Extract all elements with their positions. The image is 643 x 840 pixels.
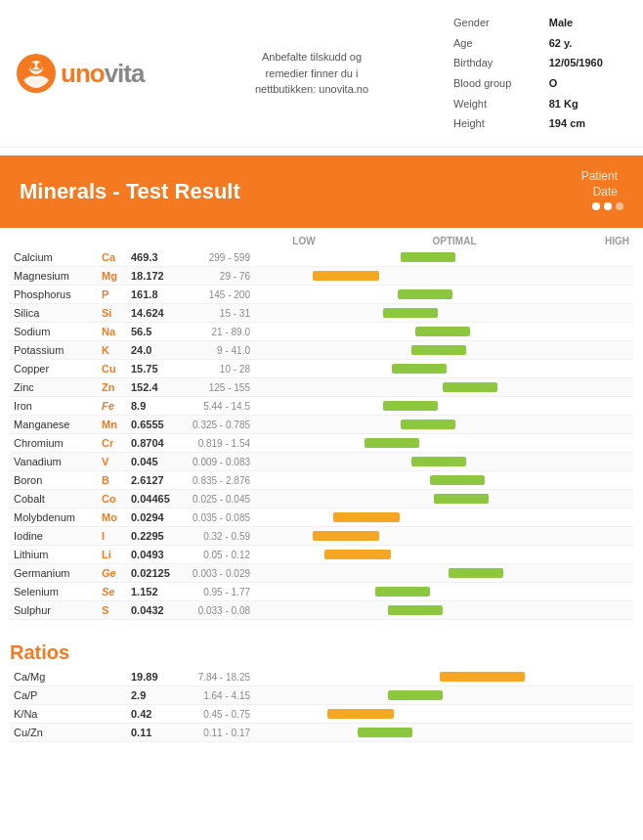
mineral-bar [254, 360, 633, 378]
mineral-name: Molybdenum [10, 508, 98, 527]
mineral-name: Chromium [10, 434, 98, 453]
mineral-value: 0.0294 [127, 508, 186, 527]
mineral-range: 0.035 - 0.085 [186, 508, 254, 527]
age-value: 62 y. [549, 34, 625, 53]
gender-value: Male [549, 14, 625, 32]
col-high: HIGH [561, 236, 629, 246]
bloodgroup-value: O [549, 74, 625, 93]
mineral-value: 56.5 [127, 323, 186, 341]
table-row: Vanadium V 0.045 0.009 - 0.083 [10, 453, 633, 471]
mineral-bar [254, 668, 633, 686]
mineral-range: 0.11 - 0.17 [186, 724, 254, 742]
mineral-name: Boron [10, 471, 98, 490]
mineral-symbol: Co [98, 490, 127, 508]
table-row: Molybdenum Mo 0.0294 0.035 - 0.085 [10, 508, 633, 527]
patient-info: Gender Male Age 62 y. Birthday 12/05/196… [451, 12, 627, 135]
table-row: Germanium Ge 0.02125 0.003 - 0.029 [10, 564, 633, 583]
table-row: Potassium K 24.0 9 - 41.0 [10, 341, 633, 360]
mineral-value: 0.8704 [127, 434, 186, 453]
height-label: Height [453, 114, 547, 133]
table-row: Copper Cu 15.75 10 - 28 [10, 360, 633, 378]
mineral-value: 18.172 [127, 267, 186, 286]
mineral-range: 145 - 200 [186, 286, 254, 304]
table-row: K/Na 0.42 0.45 - 0.75 [10, 705, 633, 724]
mineral-name: Calcium [10, 248, 98, 267]
date-label: Date [593, 185, 618, 199]
weight-label: Weight [453, 95, 547, 113]
mineral-range: 125 - 155 [186, 378, 254, 397]
ratios-table: Ca/Mg 19.89 7.84 - 18.25 Ca/P 2.9 1.64 -… [10, 668, 633, 742]
mineral-bar [254, 397, 633, 416]
mineral-symbol: I [98, 527, 127, 546]
mineral-name: Ca/Mg [10, 668, 98, 686]
table-row: Phosphorus P 161.8 145 - 200 [10, 286, 633, 304]
mineral-bar [254, 453, 633, 471]
mineral-symbol: Mn [98, 416, 127, 434]
table-row: Ca/P 2.9 1.64 - 4.15 [10, 686, 633, 705]
banner-patient-date: Patient Date [581, 169, 623, 214]
mineral-symbol: Cu [98, 360, 127, 378]
mineral-range: 0.009 - 0.083 [186, 453, 254, 471]
mineral-value: 0.2295 [127, 527, 186, 546]
mineral-name: Zinc [10, 378, 98, 397]
mineral-range: 0.95 - 1.77 [186, 583, 254, 601]
table-row: Chromium Cr 0.8704 0.819 - 1.54 [10, 434, 633, 453]
table-row: Ca/Mg 19.89 7.84 - 18.25 [10, 668, 633, 686]
mineral-range: 0.819 - 1.54 [186, 434, 254, 453]
table-row: Selenium Se 1.152 0.95 - 1.77 [10, 583, 633, 601]
mineral-value: 0.045 [127, 453, 186, 471]
mineral-name: Manganese [10, 416, 98, 434]
mineral-value: 1.152 [127, 583, 186, 601]
mineral-range: 7.84 - 18.25 [186, 668, 254, 686]
mineral-value: 19.89 [127, 668, 186, 686]
unovita-icon [16, 53, 57, 94]
table-row: Silica Si 14.624 15 - 31 [10, 304, 633, 323]
mineral-value: 161.8 [127, 286, 186, 304]
patient-label: Patient [581, 169, 618, 183]
mineral-name: Cu/Zn [10, 724, 98, 742]
mineral-name: Germanium [10, 564, 98, 583]
table-row: Lithium Li 0.0493 0.05 - 0.12 [10, 546, 633, 564]
mineral-range: 0.325 - 0.785 [186, 416, 254, 434]
mineral-value: 14.624 [127, 304, 186, 323]
height-value: 194 cm [549, 114, 625, 133]
table-row: Sulphur S 0.0432 0.033 - 0.08 [10, 601, 633, 620]
table-row: Iodine I 0.2295 0.32 - 0.59 [10, 527, 633, 546]
table-row: Magnesium Mg 18.172 29 - 76 [10, 267, 633, 286]
mineral-name: Sulphur [10, 601, 98, 620]
dot-2 [604, 202, 612, 210]
mineral-bar [254, 527, 633, 546]
mineral-bar [254, 583, 633, 601]
mineral-symbol: Ge [98, 564, 127, 583]
mineral-value: 0.0493 [127, 546, 186, 564]
mineral-name: Iron [10, 397, 98, 416]
mineral-symbol: Se [98, 583, 127, 601]
mineral-symbol: B [98, 471, 127, 490]
mineral-bar [254, 304, 633, 323]
mineral-bar [254, 508, 633, 527]
mineral-symbol: Cr [98, 434, 127, 453]
minerals-section: Calcium Ca 469.3 299 - 599 Magnesium Mg … [0, 248, 643, 630]
mineral-name: Selenium [10, 583, 98, 601]
mineral-value: 0.04465 [127, 490, 186, 508]
mineral-range: 5.44 - 14.5 [186, 397, 254, 416]
mineral-bar [254, 416, 633, 434]
page-header: unovita Anbefalte tilskudd og remedier f… [0, 0, 643, 148]
mineral-range: 10 - 28 [186, 360, 254, 378]
mineral-symbol: Li [98, 546, 127, 564]
ratios-section: Ratios Ca/Mg 19.89 7.84 - 18.25 Ca/P 2.9… [0, 630, 643, 742]
mineral-range: 9 - 41.0 [186, 341, 254, 360]
mineral-bar [254, 686, 633, 705]
mineral-symbol [98, 686, 127, 705]
mineral-symbol: Fe [98, 397, 127, 416]
mineral-bar [254, 341, 633, 360]
birthday-label: Birthday [453, 54, 547, 72]
table-row: Boron B 2.6127 0.835 - 2.876 [10, 471, 633, 490]
result-banner: Minerals - Test Result Patient Date [0, 155, 643, 228]
ratios-title: Ratios [0, 630, 643, 668]
svg-point-3 [37, 63, 43, 68]
mineral-value: 0.11 [127, 724, 186, 742]
mineral-bar [254, 705, 633, 724]
mineral-name: Phosphorus [10, 286, 98, 304]
mineral-value: 8.9 [127, 397, 186, 416]
